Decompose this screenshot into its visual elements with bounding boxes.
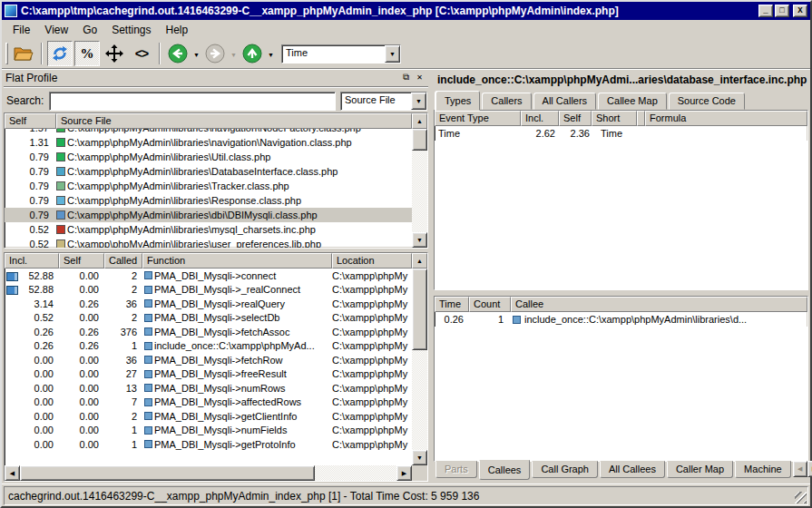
tab-types[interactable]: Types bbox=[435, 91, 480, 111]
column-header-incl[interactable]: Incl. bbox=[521, 111, 559, 126]
tab-scroll-left-icon[interactable]: ◀ bbox=[793, 461, 807, 477]
chevron-down-icon[interactable]: ▼ bbox=[385, 45, 400, 63]
tab-all-callers[interactable]: All Callers bbox=[533, 93, 597, 110]
percentage-toggle-button[interactable]: % bbox=[74, 41, 100, 66]
menu-item-view[interactable]: View bbox=[37, 22, 75, 38]
column-header-incl[interactable]: Incl. bbox=[5, 253, 59, 269]
column-header-function[interactable]: Function bbox=[142, 253, 332, 269]
menu-item-go[interactable]: Go bbox=[75, 22, 104, 38]
maximize-button[interactable]: □ bbox=[775, 5, 789, 17]
function-row[interactable]: 0.00 0.00 36 PMA_DBI_Mysqli->fetchRow C:… bbox=[5, 353, 412, 367]
scrollbar-thumb[interactable] bbox=[412, 129, 427, 151]
scrollbar-thumb[interactable] bbox=[412, 269, 427, 350]
function-row[interactable]: 0.00 0.00 27 PMA_DBI_Mysqli->freeResult … bbox=[5, 367, 412, 382]
column-header-self[interactable]: Self bbox=[559, 111, 592, 126]
menu-item-file[interactable]: File bbox=[5, 22, 37, 38]
tab-callees[interactable]: Callees bbox=[479, 460, 531, 480]
source-file-row[interactable]: 0.79 C:\xampp\phpMyAdmin\libraries\Track… bbox=[5, 179, 412, 193]
scroll-left-icon[interactable]: ◀ bbox=[5, 465, 20, 481]
back-dropdown-arrow[interactable]: ▼ bbox=[191, 50, 201, 58]
self-cost-cell: 0.52 bbox=[5, 239, 56, 248]
source-file-row[interactable]: 0.79 C:\xampp\phpMyAdmin\libraries\Util.… bbox=[5, 150, 412, 164]
function-row[interactable]: 52.88 0.00 2 PMA_DBI_Mysqli->connect C:\… bbox=[5, 269, 412, 283]
tab-scroll-right-icon[interactable]: ▶ bbox=[807, 461, 812, 477]
incl-cost-cell: 0.26 bbox=[5, 340, 59, 351]
function-row[interactable]: 0.26 0.26 1 include_once::C:\xampp\phpMy… bbox=[5, 339, 412, 354]
incl-cost-cell: 0.00 bbox=[5, 396, 59, 407]
source-file-row[interactable]: 0.52 C:\xampp\phpMyAdmin\libraries\user_… bbox=[5, 237, 412, 248]
resize-grip-icon[interactable] bbox=[795, 492, 807, 503]
column-header-location[interactable]: Location bbox=[332, 253, 412, 269]
function-row[interactable]: 0.00 0.00 1 PMA_DBI_Mysqli->getProtoInfo… bbox=[5, 437, 412, 452]
menu-item-settings[interactable]: Settings bbox=[104, 22, 158, 38]
dock-float-icon[interactable]: ⧉ bbox=[399, 72, 413, 84]
callee-row[interactable]: 0.26 1 include_once::C:\xampp\phpMyAdmin… bbox=[435, 312, 807, 327]
up-button[interactable] bbox=[240, 41, 265, 66]
folder-icon bbox=[14, 45, 34, 62]
column-header-time[interactable]: Time bbox=[435, 297, 469, 312]
tab-callers[interactable]: Callers bbox=[482, 93, 531, 110]
column-header-self[interactable]: Self bbox=[59, 253, 104, 269]
function-row[interactable]: 3.14 0.26 36 PMA_DBI_Mysqli->realQuery C… bbox=[5, 297, 412, 311]
column-header-self[interactable]: Self bbox=[5, 113, 56, 129]
function-row[interactable]: 0.00 0.00 1 PMA_DBI_Mysqli->numFields C:… bbox=[5, 424, 412, 438]
function-row[interactable]: 0.26 0.26 376 PMA_DBI_Mysqli->fetchAssoc… bbox=[5, 325, 412, 339]
tab-machine[interactable]: Machine bbox=[735, 461, 791, 478]
cycle-detection-button[interactable] bbox=[47, 41, 73, 66]
column-header-source-file[interactable]: Source File bbox=[56, 113, 412, 129]
function-row[interactable]: 0.00 0.00 7 PMA_DBI_Mysqli->affectedRows… bbox=[5, 396, 412, 410]
column-header-event-type[interactable]: Event Type bbox=[435, 111, 521, 126]
scroll-up-icon[interactable]: ▲ bbox=[412, 113, 427, 129]
grouping-combobox[interactable]: Source File ▼ bbox=[340, 92, 427, 111]
forward-button[interactable] bbox=[202, 41, 228, 66]
expand-areas-button[interactable] bbox=[102, 41, 127, 66]
up-dropdown-arrow[interactable]: ▼ bbox=[266, 50, 276, 58]
count-cell: 1 bbox=[469, 314, 511, 325]
tab-callee-map[interactable]: Callee Map bbox=[598, 93, 667, 110]
dock-header: Flat Profile ⧉ ✕ bbox=[4, 71, 428, 87]
function-row[interactable]: 0.52 0.00 2 PMA_DBI_Mysqli->selectDb C:\… bbox=[5, 311, 412, 326]
function-row[interactable]: 0.00 0.00 13 PMA_DBI_Mysqli->numRows C:\… bbox=[5, 381, 412, 396]
search-input[interactable] bbox=[49, 92, 336, 111]
scroll-down-icon[interactable]: ▼ bbox=[412, 450, 427, 465]
scroll-up-icon[interactable]: ▲ bbox=[412, 253, 427, 269]
column-header-short[interactable]: Short bbox=[592, 111, 637, 126]
toolbar-grip[interactable] bbox=[5, 43, 8, 64]
tab-source-code[interactable]: Source Code bbox=[669, 93, 745, 110]
source-file-row[interactable]: 0.52 C:\xampp\phpMyAdmin\libraries\mysql… bbox=[5, 222, 412, 237]
source-file-row[interactable]: 1.57 C:\xampp\phpMyAdmin\libraries\navig… bbox=[5, 129, 412, 135]
scroll-down-icon[interactable]: ▼ bbox=[412, 232, 427, 248]
minimize-button[interactable]: _ bbox=[758, 5, 773, 17]
tab-call-graph[interactable]: Call Graph bbox=[532, 461, 598, 478]
open-file-button[interactable] bbox=[11, 41, 36, 66]
event-type-combobox[interactable]: Time ▼ bbox=[281, 44, 401, 64]
close-button[interactable]: X bbox=[793, 5, 807, 17]
source-file-row[interactable]: 1.31 C:\xampp\phpMyAdmin\libraries\navig… bbox=[5, 135, 412, 150]
source-file-row[interactable]: 0.79 C:\xampp\phpMyAdmin\libraries\Respo… bbox=[5, 193, 412, 208]
window-title: C:\xampp\tmp\cachegrind.out.1416463299-C… bbox=[21, 5, 757, 17]
source-file-row[interactable]: 0.79 C:\xampp\phpMyAdmin\libraries\Datab… bbox=[5, 164, 412, 179]
column-header-formula[interactable]: Formula bbox=[645, 111, 807, 126]
forward-dropdown-arrow[interactable]: ▼ bbox=[229, 50, 239, 58]
column-header-called[interactable]: Called bbox=[104, 253, 142, 269]
vertical-scrollbar[interactable]: ▼ bbox=[412, 269, 427, 465]
relative-cost-button[interactable]: <> bbox=[129, 41, 154, 66]
column-header-callee[interactable]: Callee bbox=[511, 297, 807, 312]
tab-parts[interactable]: Parts bbox=[435, 461, 477, 478]
column-header-count[interactable]: Count bbox=[469, 297, 511, 312]
source-file-row[interactable]: 0.79 C:\xampp\phpMyAdmin\libraries\dbi\D… bbox=[5, 208, 412, 222]
function-row[interactable]: 52.88 0.00 2 PMA_DBI_Mysqli->_realConnec… bbox=[5, 283, 412, 298]
event-type-row[interactable]: Time 2.62 2.36 Time bbox=[435, 126, 807, 141]
status-text: cachegrind.out.1416463299-C__xampp_phpMy… bbox=[8, 490, 479, 503]
chevron-down-icon[interactable]: ▼ bbox=[411, 93, 426, 110]
menu-item-help[interactable]: Help bbox=[159, 22, 196, 38]
scrollbar-thumb[interactable] bbox=[20, 465, 315, 481]
vertical-scrollbar[interactable]: ▼ bbox=[412, 129, 427, 248]
function-row[interactable]: 0.00 0.00 2 PMA_DBI_Mysqli->getClientInf… bbox=[5, 409, 412, 424]
dock-close-icon[interactable]: ✕ bbox=[413, 72, 426, 84]
scroll-right-icon[interactable]: ▶ bbox=[396, 465, 412, 481]
back-button[interactable] bbox=[165, 41, 191, 66]
tab-all-callees[interactable]: All Callees bbox=[600, 461, 665, 478]
tab-caller-map[interactable]: Caller Map bbox=[667, 461, 733, 478]
horizontal-scrollbar[interactable]: ◀ ▶ bbox=[5, 465, 427, 481]
